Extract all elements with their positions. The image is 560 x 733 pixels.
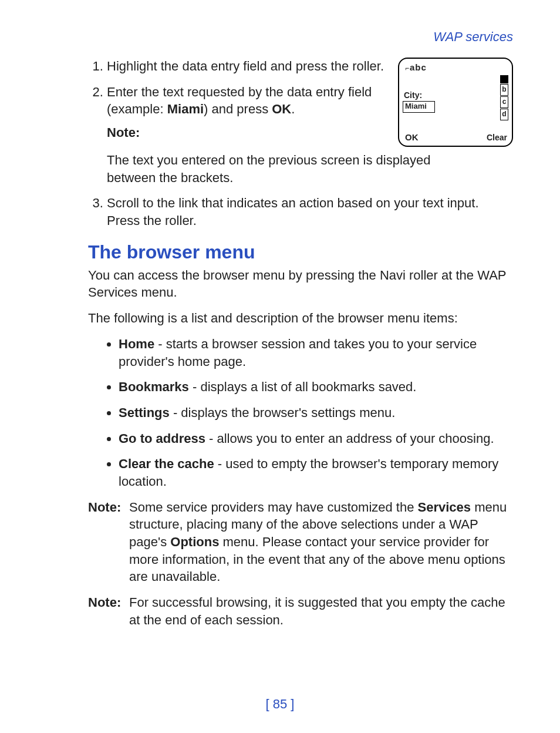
- step-3: Scroll to the link that indicates an act…: [107, 194, 513, 229]
- page: WAP services ⌐abc City: Miami b c d OK C…: [0, 0, 560, 733]
- page-number: [ 85 ]: [0, 697, 560, 712]
- note-segment: Some service providers may have customiz…: [129, 500, 418, 515]
- menu-item-settings: Settings - displays the browser's settin…: [119, 404, 513, 422]
- note-label: Note:: [88, 499, 129, 586]
- menu-label: Settings: [119, 405, 170, 420]
- menu-desc: - displays a list of all bookmarks saved…: [189, 379, 417, 394]
- note-text: The text you entered on the previous scr…: [107, 152, 472, 186]
- softkey-ok: OK: [405, 132, 419, 142]
- text-input: Miami: [403, 101, 435, 113]
- note-text: Some service providers may have customiz…: [129, 499, 513, 586]
- services-bold: Services: [418, 500, 471, 515]
- menu-item-bookmarks: Bookmarks - displays a list of all bookm…: [119, 378, 513, 396]
- section-intro: You can access the browser menu by press…: [88, 267, 513, 301]
- menu-desc: - allows you to enter an address of your…: [205, 431, 494, 446]
- menu-desc: - starts a browser session and takes you…: [119, 337, 477, 369]
- list-intro: The following is a list and description …: [88, 310, 513, 327]
- menu-item-home: Home - starts a browser session and take…: [119, 335, 513, 370]
- menu-label: Bookmarks: [119, 379, 189, 394]
- arrow-up-icon: [500, 75, 508, 83]
- letter-scroll: b c d: [500, 75, 508, 132]
- softkey-clear: Clear: [487, 133, 507, 142]
- menu-list: Home - starts a browser session and take…: [88, 335, 513, 490]
- letter-cell: b: [500, 84, 508, 96]
- example-bold: Miami: [167, 102, 204, 116]
- menu-label: Clear the cache: [119, 456, 214, 471]
- menu-item-clear: Clear the cache - used to empty the brow…: [119, 455, 513, 490]
- menu-label: Home: [119, 337, 154, 351]
- ok-bold: OK: [272, 102, 291, 116]
- section-heading: The browser menu: [88, 241, 513, 263]
- menu-item-goto: Go to address - allows you to enter an a…: [119, 430, 513, 448]
- step-2-text: .: [291, 102, 295, 116]
- note-text: For successful browsing, it is suggested…: [129, 594, 513, 628]
- letter-cell: d: [500, 109, 508, 120]
- section-header: WAP services: [88, 29, 513, 45]
- menu-desc: - displays the browser's settings menu.: [170, 405, 395, 420]
- footnote-2: Note: For successful browsing, it is sug…: [88, 594, 513, 628]
- phone-screenshot: ⌐abc City: Miami b c d OK Clear: [398, 58, 513, 147]
- field-label: City:: [404, 90, 422, 100]
- note-label: Note:: [88, 594, 129, 628]
- step-2-text: ) and press: [204, 102, 272, 116]
- top-content: ⌐abc City: Miami b c d OK Clear Highligh…: [88, 58, 513, 230]
- footnote-1: Note: Some service providers may have cu…: [88, 499, 513, 586]
- letter-cell: c: [500, 96, 508, 108]
- menu-label: Go to address: [119, 431, 205, 446]
- note-label: Note:: [107, 124, 141, 142]
- input-mode-indicator: ⌐abc: [405, 62, 427, 72]
- options-bold: Options: [170, 534, 219, 549]
